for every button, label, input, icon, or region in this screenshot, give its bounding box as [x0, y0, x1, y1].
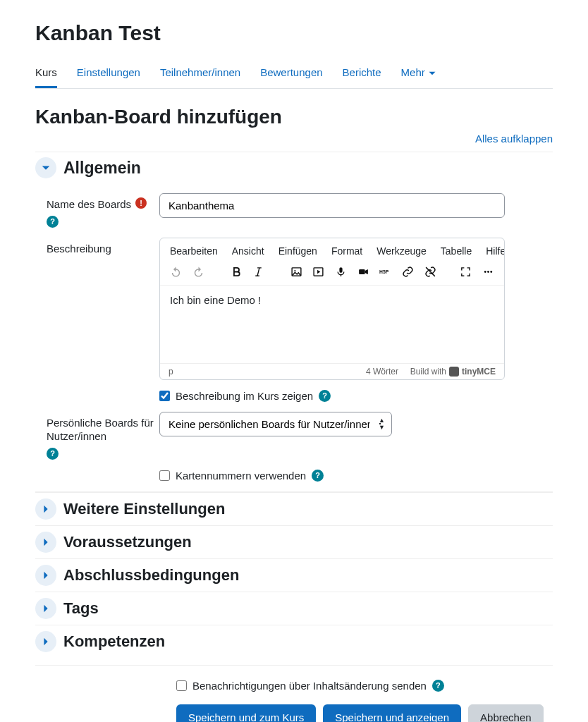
- undo-icon[interactable]: [170, 265, 183, 279]
- record-audio-icon[interactable]: [335, 265, 348, 279]
- expand-toggle[interactable]: [35, 598, 56, 619]
- cancel-button[interactable]: Abbrechen: [468, 704, 544, 723]
- save-return-button[interactable]: Speichern und zum Kurs: [176, 704, 316, 723]
- expand-all-link[interactable]: Alles aufklappen: [35, 133, 553, 145]
- notify-label: Benachrichtigungen über Inhaltsänderung …: [192, 680, 427, 692]
- help-icon[interactable]: ?: [47, 216, 59, 228]
- required-icon: !: [135, 197, 147, 209]
- menu-tabelle[interactable]: Tabelle: [441, 245, 472, 257]
- unlink-icon[interactable]: [424, 265, 436, 279]
- card-numbers-label: Kartennummern verwenden: [176, 470, 306, 482]
- course-title: Kanban Test: [35, 21, 553, 45]
- section-voraussetzungen[interactable]: Voraussetzungen: [35, 525, 553, 558]
- chevron-right-icon: [41, 637, 51, 647]
- expand-toggle[interactable]: [35, 498, 56, 520]
- svg-point-8: [490, 271, 492, 273]
- help-icon[interactable]: ?: [312, 470, 324, 482]
- image-icon[interactable]: [290, 265, 303, 279]
- card-numbers-checkbox[interactable]: [159, 470, 170, 481]
- section-title: Abschlussbedingungen: [63, 566, 239, 585]
- section-title: Kompetenzen: [63, 632, 165, 651]
- italic-icon[interactable]: [252, 265, 265, 279]
- section-weitere-einstellungen[interactable]: Weitere Einstellungen: [35, 492, 553, 525]
- expand-toggle[interactable]: [35, 565, 56, 586]
- desc-label: Beschreibung: [47, 242, 111, 256]
- more-toolbar-icon[interactable]: [482, 265, 494, 279]
- record-video-icon[interactable]: [357, 265, 369, 279]
- name-label: Name des Boards: [47, 197, 131, 212]
- svg-point-6: [484, 271, 486, 273]
- chevron-right-icon: [41, 570, 51, 580]
- section-title: Weitere Einstellungen: [63, 500, 225, 518]
- select-arrows-icon: ▲▼: [379, 417, 385, 431]
- tab-more[interactable]: Mehr: [401, 58, 436, 88]
- section-abschlussbedingungen[interactable]: Abschlussbedingungen: [35, 558, 553, 592]
- page-heading: Kanban-Board hinzufügen: [35, 106, 553, 128]
- menu-format[interactable]: Format: [331, 245, 362, 257]
- tab-berichte[interactable]: Berichte: [343, 58, 381, 88]
- link-icon[interactable]: [402, 265, 415, 279]
- menu-bearbeiten[interactable]: Bearbeiten: [170, 245, 218, 257]
- expand-toggle[interactable]: [35, 631, 56, 652]
- redo-icon[interactable]: [192, 265, 205, 279]
- tab-einstellungen[interactable]: Einstellungen: [77, 58, 140, 88]
- section-tags[interactable]: Tags: [35, 592, 553, 625]
- notify-checkbox[interactable]: [176, 680, 187, 691]
- description-editor: Bearbeiten Ansicht Einfügen Format Werkz…: [159, 238, 505, 380]
- svg-rect-4: [359, 269, 365, 274]
- chevron-down-icon: [428, 69, 436, 78]
- menu-ansicht[interactable]: Ansicht: [232, 245, 264, 257]
- tab-teilnehmer[interactable]: Teilnehmer/innen: [160, 58, 240, 88]
- expand-toggle[interactable]: [35, 532, 56, 553]
- menu-werkzeuge[interactable]: Werkzeuge: [376, 245, 427, 257]
- board-name-input[interactable]: [159, 193, 505, 218]
- section-general-header[interactable]: Allgemein: [35, 152, 553, 183]
- save-show-button[interactable]: Speichern und anzeigen: [323, 704, 461, 723]
- section-kompetenzen[interactable]: Kompetenzen: [35, 625, 553, 658]
- media-icon[interactable]: [312, 265, 325, 279]
- editor-menubar: Bearbeiten Ansicht Einfügen Format Werkz…: [160, 238, 504, 259]
- show-description-checkbox[interactable]: [159, 391, 170, 401]
- fullscreen-icon[interactable]: [460, 265, 472, 279]
- bold-icon[interactable]: [230, 265, 243, 279]
- help-icon[interactable]: ?: [47, 448, 59, 460]
- svg-rect-3: [339, 267, 342, 273]
- chevron-right-icon: [41, 537, 51, 547]
- chevron-down-icon: [41, 163, 51, 173]
- personal-boards-select[interactable]: Keine persönlichen Boards für Nutzer/inn…: [159, 412, 392, 436]
- course-tabs: Kurs Einstellungen Teilnehmer/innen Bewe…: [35, 58, 553, 89]
- tinymce-logo-icon: [449, 367, 459, 377]
- h5p-icon[interactable]: H5P: [379, 265, 392, 279]
- editor-content[interactable]: Ich bin eine Demo !: [160, 286, 504, 363]
- show-description-label: Beschreibung im Kurs zeigen: [176, 390, 313, 402]
- section-title: Tags: [63, 599, 99, 618]
- collapse-toggle[interactable]: [35, 157, 56, 178]
- tinymce-badge: Build with tinyMCE: [410, 367, 496, 377]
- chevron-right-icon: [41, 504, 51, 514]
- editor-path: p: [169, 367, 173, 377]
- svg-text:H5P: H5P: [379, 269, 389, 274]
- help-icon[interactable]: ?: [432, 680, 444, 692]
- tab-bewertungen[interactable]: Bewertungen: [260, 58, 322, 88]
- chevron-right-icon: [41, 604, 51, 613]
- menu-hilfe[interactable]: Hilfe: [486, 245, 505, 257]
- section-general-title: Allgemein: [63, 159, 141, 178]
- tab-more-label: Mehr: [401, 66, 425, 78]
- svg-point-7: [487, 271, 489, 273]
- editor-toolbar: H5P: [160, 259, 504, 286]
- help-icon[interactable]: ?: [319, 390, 331, 402]
- personal-boards-label: Persönliche Boards für Nutzer/innen: [47, 416, 159, 443]
- section-title: Voraussetzungen: [63, 533, 192, 551]
- word-count: 4 Wörter: [366, 367, 398, 377]
- svg-point-1: [294, 270, 295, 271]
- tab-kurs[interactable]: Kurs: [35, 58, 57, 88]
- menu-einfuegen[interactable]: Einfügen: [278, 245, 317, 257]
